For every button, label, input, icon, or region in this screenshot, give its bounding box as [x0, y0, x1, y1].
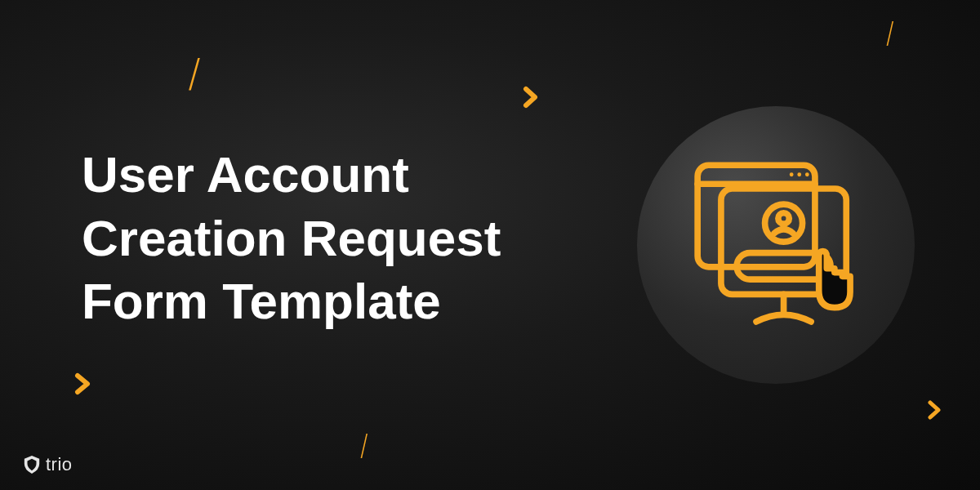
svg-point-4: [805, 172, 809, 176]
svg-point-3: [797, 172, 801, 176]
page-title: User Account Creation Request Form Templ…: [82, 143, 572, 333]
brand-logo: trio: [23, 454, 73, 475]
svg-point-9: [748, 265, 751, 268]
svg-point-11: [764, 265, 767, 268]
brand-name: trio: [46, 454, 73, 475]
svg-point-13: [779, 265, 782, 268]
svg-point-10: [755, 265, 759, 268]
chevron-right-icon: [74, 372, 93, 396]
decoration-slash: /: [362, 429, 367, 466]
chevron-right-icon: [523, 86, 541, 109]
chevron-right-icon: [927, 399, 943, 421]
account-login-icon: [682, 151, 870, 339]
svg-point-2: [790, 172, 794, 176]
svg-point-14: [786, 265, 790, 268]
decoration-slash: /: [888, 16, 893, 53]
svg-point-15: [795, 265, 798, 268]
hero-icon-circle: [637, 106, 915, 384]
shield-icon: [23, 455, 41, 474]
svg-point-7: [778, 213, 789, 224]
svg-point-12: [771, 265, 774, 268]
decoration-slash: /: [190, 49, 198, 100]
